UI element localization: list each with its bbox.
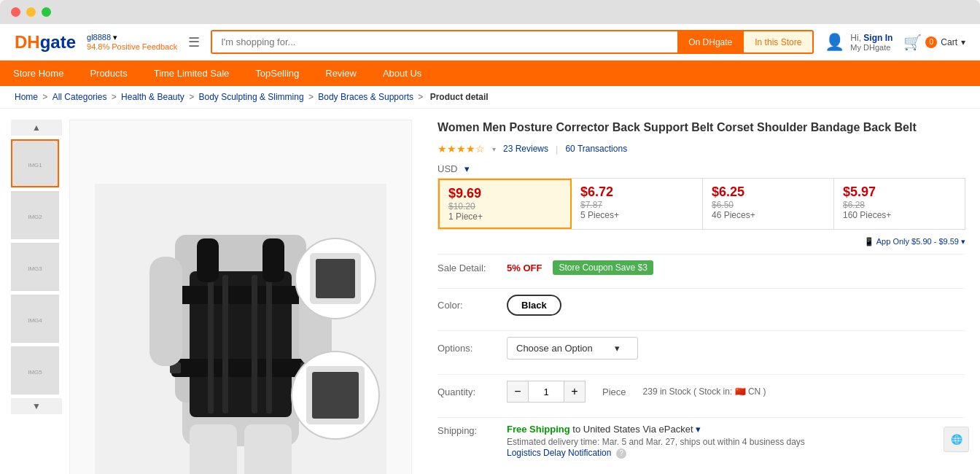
stock-text: 239 in Stock ( Stock in: [643, 386, 733, 397]
currency-row: USD ▾ [438, 163, 965, 174]
hi-label: Hi, [850, 33, 861, 43]
transactions-link[interactable]: 60 Transactions [565, 144, 627, 154]
options-placeholder: Choose an Option [516, 343, 593, 354]
menu-icon[interactable]: ☰ [188, 34, 200, 50]
stock-country: CN ) [748, 386, 766, 397]
thumb-scroll-down[interactable]: ▼ [11, 398, 62, 414]
quantity-row: Quantity: − + Piece 239 in Stock ( Stock… [438, 374, 965, 408]
feedback-label: 94.8% Positive Feedback [87, 42, 177, 51]
price-qty-2: 5 Pieces+ [580, 210, 693, 220]
main-content: ▲ IMG1 IMG2 IMG3 IMG4 IMG5 ▼ [0, 109, 980, 474]
shipping-estimate: Estimated delivery time: Mar. 5 and Mar.… [507, 437, 965, 447]
svg-rect-24 [197, 238, 219, 282]
star-rating: ★★★★☆ [438, 143, 485, 155]
price-tier-1[interactable]: $9.69 $10.20 1 Piece+ [438, 179, 572, 229]
breadcrumb-current: Product detail [430, 92, 489, 102]
breadcrumb-sep-5: > [418, 92, 425, 102]
thumbnail-2[interactable]: IMG2 [11, 191, 59, 239]
price-main-4: $5.97 [843, 184, 956, 200]
svg-text:IMG3: IMG3 [28, 265, 42, 272]
breadcrumb-all-categories[interactable]: All Categories [52, 92, 107, 102]
svg-rect-18 [252, 275, 257, 413]
svg-text:IMG5: IMG5 [28, 369, 42, 376]
nav-time-limited-sale[interactable]: Time Limited Sale [141, 61, 243, 86]
price-original-2: $7.87 [580, 200, 693, 210]
shipping-row: Shipping: Free Shipping to United States… [438, 417, 965, 465]
cart-badge: 0 [925, 36, 937, 48]
app-price-range[interactable]: $5.90 - $9.59 [911, 237, 959, 246]
nav-about-us[interactable]: About Us [370, 61, 435, 86]
currency-dropdown[interactable]: ▾ [464, 163, 470, 174]
breadcrumb-sep-3: > [189, 92, 196, 102]
search-input[interactable] [212, 31, 677, 53]
price-main-3: $6.25 [712, 184, 825, 200]
options-row: Options: Choose an Option ▾ [438, 330, 965, 365]
thumb-scroll-up[interactable]: ▲ [11, 120, 62, 136]
app-dropdown-icon: ▾ [961, 237, 965, 246]
username[interactable]: gl8888 [87, 33, 111, 42]
nav-top-selling[interactable]: TopSelling [242, 61, 312, 86]
language-icon[interactable]: 🌐 [944, 427, 969, 452]
shipping-dropdown-icon[interactable]: ▾ [696, 424, 701, 435]
main-product-image [69, 120, 412, 474]
sign-in-link[interactable]: Sign In [863, 33, 892, 43]
cart-area[interactable]: 🛒 0 Cart ▾ [903, 34, 965, 51]
thumbnail-3[interactable]: IMG3 [11, 243, 59, 291]
app-only-label: App Only [876, 237, 909, 246]
help-icon[interactable]: ? [616, 448, 626, 459]
quantity-controls: − + [507, 381, 586, 403]
search-on-dhgate-button[interactable]: On DHgate [677, 31, 743, 53]
price-tier-3[interactable]: $6.25 $6.50 46 Pieces+ [703, 179, 834, 229]
logistics-note[interactable]: Logistics Delay Notification [507, 448, 611, 458]
coupon-badge[interactable]: Store Coupon Save $3 [553, 260, 653, 275]
svg-rect-30 [316, 259, 355, 298]
sign-in-area[interactable]: 👤 Hi, Sign In My DHgate [825, 33, 892, 52]
nav-bar: Store Home Products Time Limited Sale To… [0, 61, 980, 86]
my-dhgate-label[interactable]: My DHgate [850, 43, 892, 52]
svg-rect-26 [149, 257, 182, 366]
free-shipping-label: Free Shipping [507, 424, 570, 435]
close-btn[interactable] [11, 7, 20, 17]
header-right: 👤 Hi, Sign In My DHgate 🛒 0 Cart ▾ [825, 33, 965, 52]
svg-rect-34 [190, 424, 237, 474]
svg-rect-17 [222, 275, 228, 413]
thumbnail-4[interactable]: IMG4 [11, 295, 59, 343]
thumbnail-1[interactable]: IMG1 [11, 139, 59, 187]
breadcrumb-health-beauty[interactable]: Health & Beauty [121, 92, 184, 102]
breadcrumb-home[interactable]: Home [15, 92, 38, 102]
reviews-link[interactable]: 23 Reviews [503, 144, 548, 154]
nav-store-home[interactable]: Store Home [0, 61, 77, 86]
svg-rect-33 [312, 372, 359, 419]
price-main-1: $9.69 [448, 186, 561, 201]
svg-text:IMG2: IMG2 [28, 214, 42, 220]
quantity-increase-button[interactable]: + [564, 381, 585, 402]
options-dropdown[interactable]: Choose an Option ▾ [507, 337, 638, 360]
nav-products[interactable]: Products [77, 61, 140, 86]
breadcrumb-body-braces[interactable]: Body Braces & Supports [318, 92, 413, 102]
product-details: Women Men Posture Corrector Back Support… [423, 109, 980, 474]
pricing-table: $9.69 $10.20 1 Piece+ $6.72 $7.87 5 Piec… [438, 178, 965, 230]
minimize-btn[interactable] [26, 7, 36, 17]
color-black-button[interactable]: Black [507, 295, 561, 316]
quantity-label: Quantity: [438, 386, 496, 397]
price-tier-4[interactable]: $5.97 $6.28 160 Pieces+ [834, 179, 965, 229]
quantity-input[interactable] [528, 381, 564, 402]
search-in-store-button[interactable]: In this Store [743, 31, 812, 53]
cart-icon: 🛒 [903, 34, 922, 51]
quantity-decrease-button[interactable]: − [508, 381, 528, 402]
maximize-btn[interactable] [42, 7, 51, 17]
nav-review[interactable]: Review [312, 61, 370, 86]
breadcrumb-body-sculpting[interactable]: Body Sculpting & Slimming [199, 92, 304, 102]
user-info: gl8888 ▾ 94.8% Positive Feedback [87, 33, 177, 51]
thumbnail-5[interactable]: IMG5 [11, 346, 59, 395]
sale-row: Sale Detail: 5% OFF Store Coupon Save $3 [438, 254, 965, 281]
shipping-details: Free Shipping to United States Via ePack… [507, 424, 965, 459]
price-original-3: $6.50 [712, 200, 825, 210]
price-original-4: $6.28 [843, 200, 956, 210]
color-label: Color: [438, 300, 496, 311]
svg-text:IMG1: IMG1 [28, 162, 42, 168]
options-label: Options: [438, 343, 496, 354]
logo[interactable]: DHgate [15, 32, 76, 53]
price-tier-2[interactable]: $6.72 $7.87 5 Pieces+ [572, 179, 703, 229]
breadcrumb: Home > All Categories > Health & Beauty … [0, 86, 980, 109]
